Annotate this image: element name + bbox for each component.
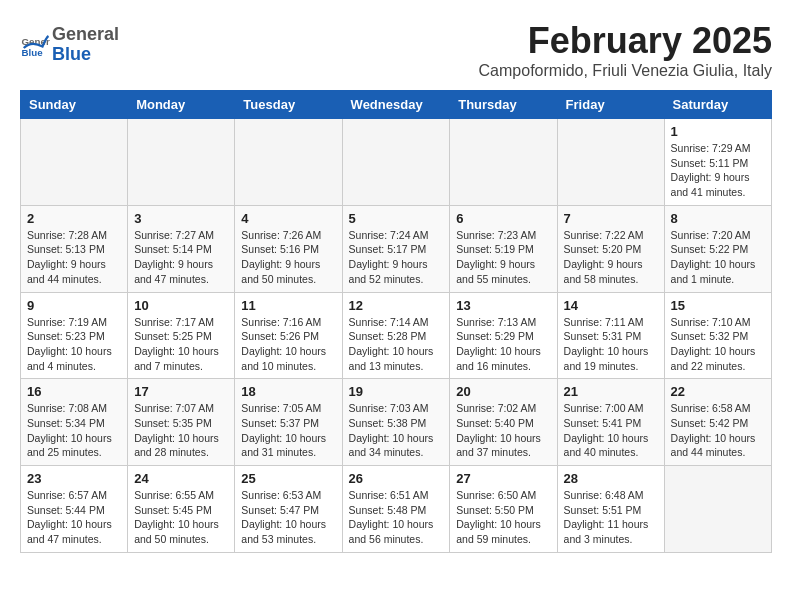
calendar-cell: 19Sunrise: 7:03 AMSunset: 5:38 PMDayligh…	[342, 379, 450, 466]
day-info: Sunrise: 7:03 AMSunset: 5:38 PMDaylight:…	[349, 401, 444, 460]
calendar-cell: 2Sunrise: 7:28 AMSunset: 5:13 PMDaylight…	[21, 205, 128, 292]
calendar-cell: 13Sunrise: 7:13 AMSunset: 5:29 PMDayligh…	[450, 292, 557, 379]
calendar-cell: 21Sunrise: 7:00 AMSunset: 5:41 PMDayligh…	[557, 379, 664, 466]
week-row-4: 16Sunrise: 7:08 AMSunset: 5:34 PMDayligh…	[21, 379, 772, 466]
logo-general-text: General	[52, 24, 119, 44]
day-number: 21	[564, 384, 658, 399]
day-info: Sunrise: 7:28 AMSunset: 5:13 PMDaylight:…	[27, 228, 121, 287]
day-number: 15	[671, 298, 765, 313]
day-number: 12	[349, 298, 444, 313]
day-info: Sunrise: 6:48 AMSunset: 5:51 PMDaylight:…	[564, 488, 658, 547]
week-row-2: 2Sunrise: 7:28 AMSunset: 5:13 PMDaylight…	[21, 205, 772, 292]
calendar-cell	[664, 466, 771, 553]
day-number: 2	[27, 211, 121, 226]
day-info: Sunrise: 6:51 AMSunset: 5:48 PMDaylight:…	[349, 488, 444, 547]
day-number: 6	[456, 211, 550, 226]
day-info: Sunrise: 7:17 AMSunset: 5:25 PMDaylight:…	[134, 315, 228, 374]
day-info: Sunrise: 7:11 AMSunset: 5:31 PMDaylight:…	[564, 315, 658, 374]
calendar-subtitle: Campoformido, Friuli Venezia Giulia, Ita…	[479, 62, 772, 80]
weekday-header-wednesday: Wednesday	[342, 91, 450, 119]
calendar-cell: 26Sunrise: 6:51 AMSunset: 5:48 PMDayligh…	[342, 466, 450, 553]
weekday-header-sunday: Sunday	[21, 91, 128, 119]
weekday-header-row: SundayMondayTuesdayWednesdayThursdayFrid…	[21, 91, 772, 119]
calendar-cell: 24Sunrise: 6:55 AMSunset: 5:45 PMDayligh…	[128, 466, 235, 553]
day-number: 7	[564, 211, 658, 226]
calendar-cell: 6Sunrise: 7:23 AMSunset: 5:19 PMDaylight…	[450, 205, 557, 292]
day-info: Sunrise: 7:20 AMSunset: 5:22 PMDaylight:…	[671, 228, 765, 287]
calendar-cell: 7Sunrise: 7:22 AMSunset: 5:20 PMDaylight…	[557, 205, 664, 292]
calendar-cell: 20Sunrise: 7:02 AMSunset: 5:40 PMDayligh…	[450, 379, 557, 466]
day-info: Sunrise: 7:07 AMSunset: 5:35 PMDaylight:…	[134, 401, 228, 460]
day-info: Sunrise: 7:27 AMSunset: 5:14 PMDaylight:…	[134, 228, 228, 287]
header: General Blue General Blue February 2025 …	[20, 20, 772, 80]
calendar-cell: 9Sunrise: 7:19 AMSunset: 5:23 PMDaylight…	[21, 292, 128, 379]
day-number: 13	[456, 298, 550, 313]
day-number: 5	[349, 211, 444, 226]
calendar-cell	[235, 119, 342, 206]
title-section: February 2025 Campoformido, Friuli Venez…	[479, 20, 772, 80]
day-info: Sunrise: 7:16 AMSunset: 5:26 PMDaylight:…	[241, 315, 335, 374]
weekday-header-thursday: Thursday	[450, 91, 557, 119]
day-number: 27	[456, 471, 550, 486]
day-info: Sunrise: 7:00 AMSunset: 5:41 PMDaylight:…	[564, 401, 658, 460]
day-info: Sunrise: 7:29 AMSunset: 5:11 PMDaylight:…	[671, 141, 765, 200]
logo: General Blue General Blue	[20, 25, 119, 65]
calendar-cell	[450, 119, 557, 206]
day-info: Sunrise: 7:19 AMSunset: 5:23 PMDaylight:…	[27, 315, 121, 374]
day-number: 19	[349, 384, 444, 399]
day-info: Sunrise: 7:02 AMSunset: 5:40 PMDaylight:…	[456, 401, 550, 460]
day-info: Sunrise: 7:26 AMSunset: 5:16 PMDaylight:…	[241, 228, 335, 287]
calendar-cell: 1Sunrise: 7:29 AMSunset: 5:11 PMDaylight…	[664, 119, 771, 206]
day-info: Sunrise: 7:05 AMSunset: 5:37 PMDaylight:…	[241, 401, 335, 460]
calendar-cell: 15Sunrise: 7:10 AMSunset: 5:32 PMDayligh…	[664, 292, 771, 379]
calendar-cell: 25Sunrise: 6:53 AMSunset: 5:47 PMDayligh…	[235, 466, 342, 553]
day-info: Sunrise: 6:53 AMSunset: 5:47 PMDaylight:…	[241, 488, 335, 547]
svg-text:Blue: Blue	[22, 46, 44, 57]
day-number: 4	[241, 211, 335, 226]
logo-icon: General Blue	[20, 30, 50, 60]
calendar-cell: 16Sunrise: 7:08 AMSunset: 5:34 PMDayligh…	[21, 379, 128, 466]
day-number: 26	[349, 471, 444, 486]
day-info: Sunrise: 6:57 AMSunset: 5:44 PMDaylight:…	[27, 488, 121, 547]
day-number: 14	[564, 298, 658, 313]
day-info: Sunrise: 7:14 AMSunset: 5:28 PMDaylight:…	[349, 315, 444, 374]
calendar-cell: 27Sunrise: 6:50 AMSunset: 5:50 PMDayligh…	[450, 466, 557, 553]
calendar-cell: 8Sunrise: 7:20 AMSunset: 5:22 PMDaylight…	[664, 205, 771, 292]
calendar-cell: 10Sunrise: 7:17 AMSunset: 5:25 PMDayligh…	[128, 292, 235, 379]
day-info: Sunrise: 6:50 AMSunset: 5:50 PMDaylight:…	[456, 488, 550, 547]
calendar-cell: 18Sunrise: 7:05 AMSunset: 5:37 PMDayligh…	[235, 379, 342, 466]
day-number: 22	[671, 384, 765, 399]
day-number: 10	[134, 298, 228, 313]
day-info: Sunrise: 7:08 AMSunset: 5:34 PMDaylight:…	[27, 401, 121, 460]
day-info: Sunrise: 7:13 AMSunset: 5:29 PMDaylight:…	[456, 315, 550, 374]
logo-blue-text: Blue	[52, 44, 91, 64]
day-number: 18	[241, 384, 335, 399]
day-info: Sunrise: 7:10 AMSunset: 5:32 PMDaylight:…	[671, 315, 765, 374]
day-number: 11	[241, 298, 335, 313]
weekday-header-monday: Monday	[128, 91, 235, 119]
calendar-cell: 3Sunrise: 7:27 AMSunset: 5:14 PMDaylight…	[128, 205, 235, 292]
day-number: 17	[134, 384, 228, 399]
calendar-cell	[128, 119, 235, 206]
calendar-table: SundayMondayTuesdayWednesdayThursdayFrid…	[20, 90, 772, 553]
calendar-cell	[342, 119, 450, 206]
day-number: 16	[27, 384, 121, 399]
calendar-cell: 17Sunrise: 7:07 AMSunset: 5:35 PMDayligh…	[128, 379, 235, 466]
calendar-cell: 23Sunrise: 6:57 AMSunset: 5:44 PMDayligh…	[21, 466, 128, 553]
day-number: 20	[456, 384, 550, 399]
calendar-cell	[557, 119, 664, 206]
calendar-cell: 5Sunrise: 7:24 AMSunset: 5:17 PMDaylight…	[342, 205, 450, 292]
weekday-header-friday: Friday	[557, 91, 664, 119]
calendar-cell	[21, 119, 128, 206]
day-number: 23	[27, 471, 121, 486]
calendar-cell: 11Sunrise: 7:16 AMSunset: 5:26 PMDayligh…	[235, 292, 342, 379]
day-info: Sunrise: 6:58 AMSunset: 5:42 PMDaylight:…	[671, 401, 765, 460]
day-number: 9	[27, 298, 121, 313]
weekday-header-tuesday: Tuesday	[235, 91, 342, 119]
day-number: 8	[671, 211, 765, 226]
week-row-5: 23Sunrise: 6:57 AMSunset: 5:44 PMDayligh…	[21, 466, 772, 553]
calendar-cell: 12Sunrise: 7:14 AMSunset: 5:28 PMDayligh…	[342, 292, 450, 379]
day-number: 3	[134, 211, 228, 226]
day-info: Sunrise: 7:23 AMSunset: 5:19 PMDaylight:…	[456, 228, 550, 287]
day-info: Sunrise: 7:24 AMSunset: 5:17 PMDaylight:…	[349, 228, 444, 287]
